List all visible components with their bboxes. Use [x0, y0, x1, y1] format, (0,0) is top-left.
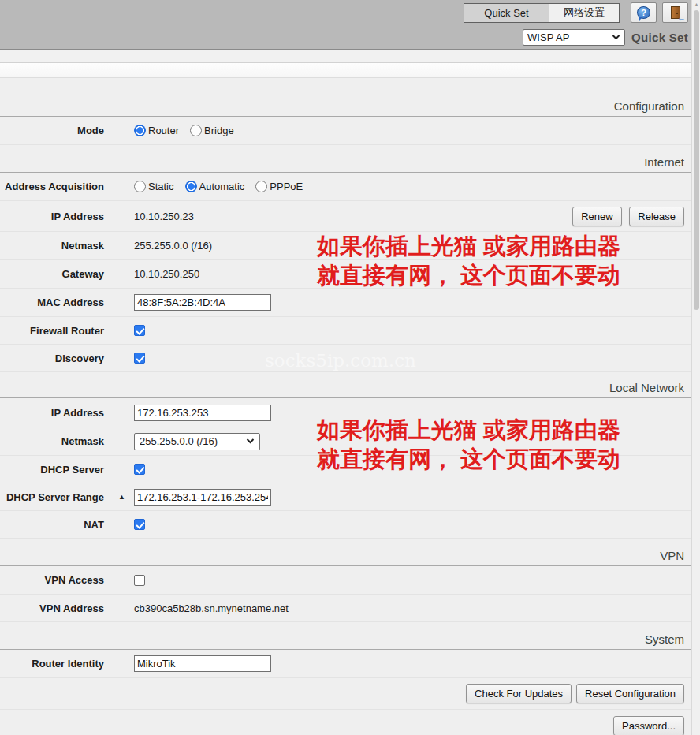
vpn-access-row: VPN Access — [0, 566, 700, 595]
page-title: Quick Set — [631, 31, 688, 44]
logout-arrow-icon: ← — [677, 14, 686, 21]
tab-network-settings[interactable]: 网络设置 — [549, 3, 620, 23]
router-identity-input[interactable] — [134, 655, 271, 672]
chevron-down-icon — [246, 438, 255, 444]
lan-ip-row: IP Address — [0, 398, 700, 427]
radio-label: Router — [148, 125, 179, 136]
router-identity-label: Router Identity — [0, 658, 104, 670]
dhcp-server-label: DHCP Server — [0, 464, 104, 476]
nat-row: NAT — [0, 511, 700, 539]
acquisition-option-pppoe[interactable]: PPPoE — [255, 181, 303, 192]
discovery-label: Discovery — [0, 353, 104, 364]
vpn-access-label: VPN Access — [0, 574, 104, 586]
mac-address-input[interactable] — [134, 294, 271, 311]
wan-netmask-row: Netmask 255.255.0.0 (/16) — [0, 232, 700, 260]
radio-label: PPPoE — [270, 181, 303, 192]
acquisition-option-static[interactable]: Static — [134, 181, 174, 192]
toolbar-strip — [0, 50, 700, 63]
quickset-mode-select[interactable]: WISP AP — [523, 29, 625, 46]
password-button[interactable]: Password... — [613, 716, 684, 735]
vertical-scrollbar[interactable]: ▲ — [691, 0, 700, 735]
firewall-router-checkbox[interactable] — [134, 325, 145, 336]
gateway-value: 10.10.250.250 — [134, 268, 199, 280]
gateway-row: Gateway 10.10.250.250 — [0, 260, 700, 289]
firewall-router-row: Firewall Router — [0, 317, 700, 345]
section-heading-system: System — [0, 622, 700, 650]
top-bar: Quick Set 网络设置 ? ← WISP AP Quick Set — [0, 0, 700, 50]
lan-netmask-label: Netmask — [0, 435, 104, 447]
mac-address-row: MAC Address — [0, 289, 700, 317]
quick-set-page: Quick Set 网络设置 ? ← WISP AP Quick Set Con… — [0, 0, 700, 735]
radio-label: Static — [148, 181, 174, 192]
gateway-label: Gateway — [0, 268, 104, 280]
dhcp-server-range-row: DHCP Server Range ▲ — [0, 483, 700, 511]
discovery-checkbox[interactable] — [134, 353, 145, 364]
tab-quick-set[interactable]: Quick Set — [464, 3, 549, 23]
address-acquisition-row: Address Acquisition Static Automatic PPP… — [0, 173, 700, 201]
scrollbar-up-icon[interactable]: ▲ — [693, 2, 700, 7]
mode-row: Mode Router Bridge — [0, 117, 700, 145]
vpn-access-checkbox[interactable] — [134, 575, 145, 586]
address-acquisition-label: Address Acquisition — [0, 181, 104, 192]
radio-icon[interactable] — [134, 125, 146, 136]
router-identity-row: Router Identity — [0, 650, 700, 678]
lan-ip-input[interactable] — [134, 405, 271, 421]
check-for-updates-button[interactable]: Check For Updates — [466, 684, 572, 703]
help-icon: ? — [637, 6, 650, 19]
nat-checkbox[interactable] — [134, 519, 145, 530]
system-buttons-row: Check For Updates Reset Configuration — [0, 678, 700, 710]
mode-option-bridge[interactable]: Bridge — [190, 125, 234, 136]
discovery-row: Discovery — [0, 345, 700, 372]
section-heading-configuration: Configuration — [0, 78, 700, 117]
dhcp-server-range-input[interactable] — [134, 489, 271, 506]
mode-label: Mode — [0, 125, 104, 136]
section-heading-local-network: Local Network — [0, 372, 700, 398]
wan-netmask-value: 255.255.0.0 (/16) — [134, 240, 212, 252]
radio-label: Bridge — [204, 125, 234, 136]
logout-button[interactable]: ← — [662, 2, 688, 23]
quickset-mode-value: WISP AP — [527, 32, 612, 43]
lan-netmask-select[interactable]: 255.255.0.0 (/16) — [134, 433, 260, 450]
vpn-address-row: VPN Address cb390ca5b28b.sn.mynetname.ne… — [0, 595, 700, 622]
radio-icon[interactable] — [134, 181, 146, 192]
help-button[interactable]: ? — [631, 2, 657, 23]
vpn-address-label: VPN Address — [0, 603, 104, 614]
scrollbar-thumb[interactable] — [694, 10, 699, 310]
password-row: Password... — [0, 710, 700, 735]
wan-ip-row: IP Address 10.10.250.23 Renew Release — [0, 201, 700, 232]
dhcp-server-range-label: DHCP Server Range — [0, 491, 104, 503]
radio-label: Automatic — [199, 181, 245, 192]
mac-address-label: MAC Address — [0, 297, 104, 308]
section-heading-internet: Internet — [0, 145, 700, 173]
quickset-header-row: WISP AP Quick Set — [0, 28, 688, 46]
reset-configuration-button[interactable]: Reset Configuration — [576, 684, 684, 703]
acquisition-option-automatic[interactable]: Automatic — [185, 181, 245, 192]
lan-netmask-value: 255.255.0.0 (/16) — [140, 435, 246, 447]
renew-button[interactable]: Renew — [572, 207, 621, 226]
wan-netmask-label: Netmask — [0, 240, 104, 252]
dhcp-server-checkbox[interactable] — [134, 464, 145, 475]
wan-ip-value: 10.10.250.23 — [134, 211, 194, 222]
radio-icon[interactable] — [190, 125, 202, 136]
vpn-address-value: cb390ca5b28b.sn.mynetname.net — [134, 603, 289, 614]
dhcp-server-row: DHCP Server — [0, 456, 700, 483]
nat-label: NAT — [0, 519, 104, 531]
radio-icon[interactable] — [255, 181, 267, 192]
wan-ip-label: IP Address — [0, 211, 104, 222]
top-tab-row: Quick Set 网络设置 ? ← — [0, 0, 688, 23]
chevron-down-icon — [612, 35, 620, 40]
mode-option-router[interactable]: Router — [134, 125, 179, 136]
firewall-router-label: Firewall Router — [0, 325, 104, 337]
content-top-strip — [0, 63, 700, 78]
lan-ip-label: IP Address — [0, 407, 104, 419]
section-heading-vpn: VPN — [0, 539, 700, 566]
lan-netmask-row: Netmask 255.255.0.0 (/16) — [0, 427, 700, 456]
collapse-arrow-icon[interactable]: ▲ — [118, 493, 125, 501]
quickset-form: Configuration Mode Router Bridge Interne… — [0, 78, 700, 735]
radio-icon[interactable] — [185, 181, 197, 192]
release-button[interactable]: Release — [629, 207, 684, 226]
